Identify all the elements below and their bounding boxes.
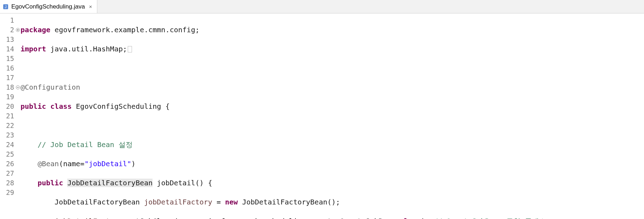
fold-collapse-icon[interactable] [16,85,20,90]
code-line: jobDetailFactory.setJobClass(org.springf… [21,217,644,219]
code-editor[interactable]: 1 2 13 14 15 16 17 18 19 20 21 22 23 24 … [0,13,644,219]
line-number: 2 [0,25,16,35]
tab-active[interactable]: J EgovConfigScheduling.java × [0,0,97,13]
line-number: 16 [0,63,16,73]
line-number: 21 [0,111,16,121]
svg-text:J: J [5,5,7,9]
line-number: 22 [0,121,16,130]
code-line [21,121,644,130]
line-number: 23 [0,130,16,140]
line-number: 19 [0,92,16,102]
tab-bar: J EgovConfigScheduling.java × [0,0,644,13]
line-number: 15 [0,54,16,63]
code-line: package egovframework.example.cmmn.confi… [21,25,644,35]
code-line: public JobDetailFactoryBean jobDetail() … [21,178,644,188]
line-number-gutter: 1 2 13 14 15 16 17 18 19 20 21 22 23 24 … [0,13,16,219]
code-line: import java.util.HashMap; [21,44,644,54]
code-line: // Job Detail Bean 설정 [21,140,644,150]
code-line [21,63,644,73]
line-number: 17 [0,73,16,83]
line-number: 14 [0,44,16,54]
code-line: @Bean(name="jobDetail") [21,159,644,169]
line-number: 25 [0,150,16,159]
fold-expand-icon[interactable] [16,28,20,32]
line-number: 18 [0,83,16,92]
code-line: JobDetailFactoryBean jobDetailFactory = … [21,197,644,207]
code-area[interactable]: package egovframework.example.cmmn.confi… [16,13,644,219]
code-line: @Configuration [21,83,644,92]
close-icon[interactable]: × [88,4,93,10]
line-number: 13 [0,35,16,44]
line-number: 24 [0,140,16,150]
line-number: 29 [0,188,16,197]
line-number: 26 [0,159,16,169]
line-number: 27 [0,169,16,178]
tab-title: EgovConfigScheduling.java [11,3,85,10]
line-number: 20 [0,102,16,111]
folded-marker-icon[interactable] [128,46,132,52]
line-number: 1 [0,16,16,25]
code-line: public class EgovConfigScheduling { [21,102,644,111]
line-number: 28 [0,178,16,188]
java-file-icon: J [3,4,8,10]
